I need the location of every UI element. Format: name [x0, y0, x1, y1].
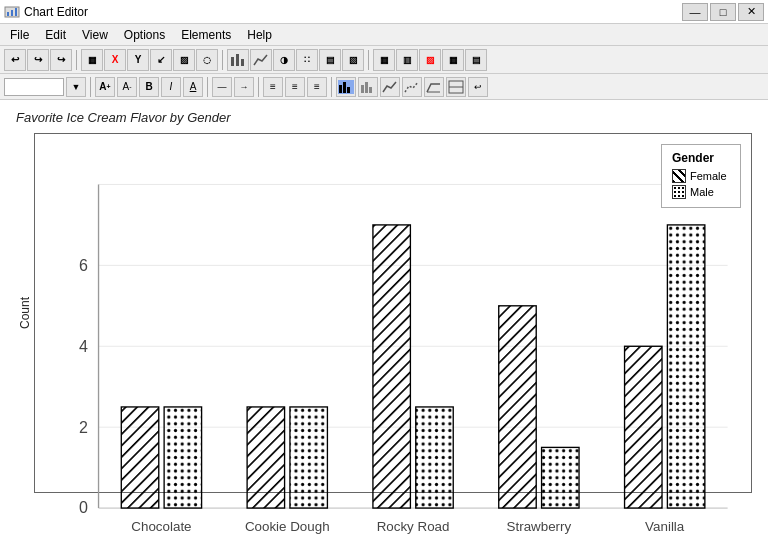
- bar-chocolate-male: [164, 407, 201, 508]
- legend-female-item: Female: [672, 169, 730, 183]
- menu-file[interactable]: File: [2, 26, 37, 44]
- legend-btn[interactable]: ▤: [465, 49, 487, 71]
- scatter-btn[interactable]: ∷: [296, 49, 318, 71]
- bar-vanilla-male: [667, 225, 704, 508]
- pie-chart-btn[interactable]: ◑: [273, 49, 295, 71]
- svg-rect-5: [236, 54, 239, 66]
- font-smaller-btn[interactable]: A-: [117, 77, 137, 97]
- svg-text:Strawberry: Strawberry: [507, 519, 572, 534]
- line-chart-btn[interactable]: [250, 49, 272, 71]
- reset-btn[interactable]: ↩: [468, 77, 488, 97]
- legend-male-box: [672, 185, 686, 199]
- svg-text:4: 4: [79, 337, 88, 355]
- legend-female-label: Female: [690, 170, 727, 182]
- title-bar-text: Chart Editor: [24, 5, 682, 19]
- bar-rockyroad-male: [416, 407, 453, 508]
- redo-btn[interactable]: ↪: [27, 49, 49, 71]
- menu-elements[interactable]: Elements: [173, 26, 239, 44]
- color-btn[interactable]: ▨: [419, 49, 441, 71]
- font-larger-btn[interactable]: A+: [95, 77, 115, 97]
- sep1: [76, 50, 77, 70]
- bar-chocolate-female: [121, 407, 158, 508]
- sep2: [222, 50, 223, 70]
- grid-btn[interactable]: ▦: [373, 49, 395, 71]
- line-style-btn[interactable]: —: [212, 77, 232, 97]
- chart-type-3-btn[interactable]: [380, 77, 400, 97]
- table-btn[interactable]: ▦: [81, 49, 103, 71]
- align-left-btn[interactable]: ≡: [263, 77, 283, 97]
- legend-male-label: Male: [690, 186, 714, 198]
- area-chart-btn[interactable]: ▤: [319, 49, 341, 71]
- undo-btn[interactable]: ↩: [4, 49, 26, 71]
- menu-edit[interactable]: Edit: [37, 26, 74, 44]
- bar-cookiedough-male: [290, 407, 327, 508]
- chart-container: Count: [16, 133, 752, 493]
- minimize-button[interactable]: —: [682, 3, 708, 21]
- sep5: [207, 77, 208, 97]
- legend-title: Gender: [672, 151, 730, 165]
- legend-female-box: [672, 169, 686, 183]
- bar-chart-btn[interactable]: [227, 49, 249, 71]
- italic-btn[interactable]: I: [161, 77, 181, 97]
- font-name-input[interactable]: [4, 78, 64, 96]
- svg-text:Cookie Dough: Cookie Dough: [245, 519, 330, 534]
- arrow-style-btn[interactable]: →: [234, 77, 254, 97]
- menu-help[interactable]: Help: [239, 26, 280, 44]
- svg-rect-1: [7, 12, 9, 16]
- shape-btn[interactable]: ▨: [173, 49, 195, 71]
- align-center-btn[interactable]: ≡: [285, 77, 305, 97]
- toolbar-more-group: ▦ ▥ ▨ ▦ ▤: [373, 49, 487, 71]
- chart-type-4-btn[interactable]: [402, 77, 422, 97]
- sep4: [90, 77, 91, 97]
- y-btn[interactable]: Y: [127, 49, 149, 71]
- bar-strawberry-female: [499, 306, 536, 508]
- font-color-btn[interactable]: A: [183, 77, 203, 97]
- title-bar-controls: — □ ✕: [682, 3, 764, 21]
- svg-rect-9: [347, 87, 350, 93]
- arrow-btn[interactable]: ↙: [150, 49, 172, 71]
- svg-rect-4: [231, 57, 234, 66]
- svg-rect-3: [15, 8, 17, 16]
- svg-rect-2: [11, 10, 13, 16]
- content-area: Favorite Ice Cream Flavor by Gender Coun…: [0, 100, 768, 555]
- svg-rect-8: [343, 82, 346, 93]
- legend-male-item: Male: [672, 185, 730, 199]
- app-icon: [4, 4, 20, 20]
- bold-btn[interactable]: B: [139, 77, 159, 97]
- svg-text:2: 2: [79, 418, 88, 436]
- chart-inner: 0 2 4 6 Chocolate: [35, 134, 751, 549]
- menu-bar: File Edit View Options Elements Help: [0, 24, 768, 46]
- redo2-btn[interactable]: ↪: [50, 49, 72, 71]
- title-bar: Chart Editor — □ ✕: [0, 0, 768, 24]
- bar-strawberry-male: [542, 447, 579, 508]
- toolbar-type-group: ▦ X Y ↙ ▨ ◌: [81, 49, 218, 71]
- toolbar-2: ▼ A+ A- B I A — → ≡ ≡ ≡: [0, 74, 768, 100]
- svg-rect-6: [241, 59, 244, 66]
- legend: Gender Female Male: [661, 144, 741, 208]
- hbar-btn[interactable]: ▦: [442, 49, 464, 71]
- bar-vanilla-female: [625, 346, 662, 508]
- maximize-button[interactable]: □: [710, 3, 736, 21]
- x-btn[interactable]: X: [104, 49, 126, 71]
- chart-type-6-btn[interactable]: [446, 77, 466, 97]
- align-right-btn[interactable]: ≡: [307, 77, 327, 97]
- chart-area: 0 2 4 6 Chocolate: [34, 133, 752, 493]
- font-size-down-btn[interactable]: ▼: [66, 77, 86, 97]
- menu-options[interactable]: Options: [116, 26, 173, 44]
- curve-btn[interactable]: ◌: [196, 49, 218, 71]
- close-button[interactable]: ✕: [738, 3, 764, 21]
- chart-type-1-btn[interactable]: [336, 77, 356, 97]
- svg-text:0: 0: [79, 498, 88, 516]
- toolbar-chart-group: ◑ ∷ ▤ ▧: [227, 49, 364, 71]
- toolbar-1: ↩ ↪ ↪ ▦ X Y ↙ ▨ ◌ ◑ ∷ ▤ ▧ ▦ ▥ ▨ ▦ ▤: [0, 46, 768, 74]
- chart-type-2-btn[interactable]: [358, 77, 378, 97]
- toolbar-undo-group: ↩ ↪ ↪: [4, 49, 72, 71]
- svg-text:Vanilla: Vanilla: [645, 519, 685, 534]
- menu-view[interactable]: View: [74, 26, 116, 44]
- chart-type-5-btn[interactable]: [424, 77, 444, 97]
- box-btn[interactable]: ▧: [342, 49, 364, 71]
- svg-text:Chocolate: Chocolate: [131, 519, 191, 534]
- bar2-btn[interactable]: ▥: [396, 49, 418, 71]
- chart-svg: 0 2 4 6 Chocolate: [45, 144, 741, 549]
- svg-rect-7: [339, 85, 342, 93]
